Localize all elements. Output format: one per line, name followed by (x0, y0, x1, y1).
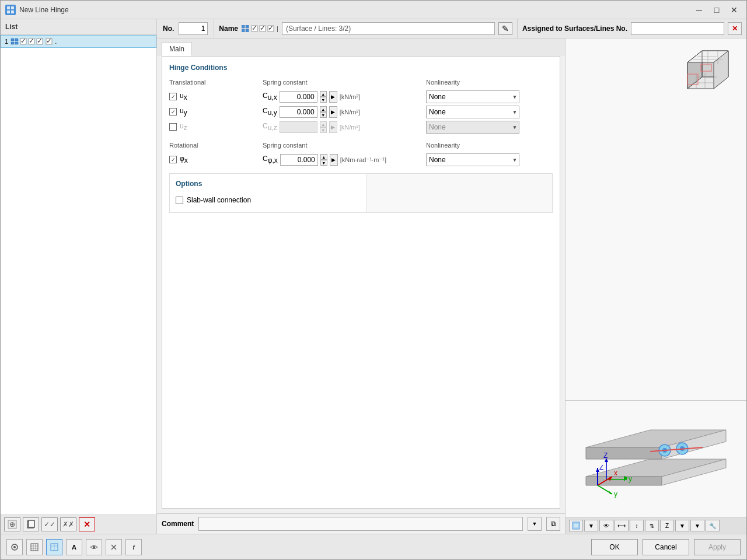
no-input[interactable]: 1 (179, 22, 208, 35)
view-dropdown2-btn[interactable]: ▼ (675, 520, 689, 531)
rotational-nonlinearity-header: Nonlinearity (426, 141, 554, 151)
hinge-conditions-title: Hinge Conditions (169, 64, 553, 72)
title-bar: New Line Hinge ─ □ ✕ (1, 1, 746, 19)
phix-spin-up[interactable]: ▲ (320, 154, 327, 160)
svg-rect-4 (11, 38, 14, 41)
svg-point-77 (13, 546, 16, 548)
uncheck-all-button[interactable]: ✗✗ (60, 517, 76, 531)
view-wrench-btn[interactable]: 🔧 (706, 520, 720, 531)
maximize-button[interactable]: □ (709, 4, 724, 16)
phix-value-input[interactable] (280, 154, 318, 166)
ux-value-input[interactable] (280, 91, 317, 103)
form-panel: Main Hinge Conditions Translational Spri… (157, 38, 566, 534)
list-header: List (1, 19, 156, 35)
ux-label: ux (180, 92, 187, 102)
tool-grid-btn[interactable] (26, 539, 43, 555)
uy-spin-up[interactable]: ▲ (320, 106, 327, 112)
phix-nonlinearity-select[interactable]: None Failure if negative Failure if posi… (426, 153, 519, 166)
comment-input[interactable] (198, 517, 523, 531)
uy-spin-down[interactable]: ▼ (320, 112, 327, 118)
tool-function-btn[interactable]: f (125, 539, 142, 555)
name-input[interactable] (282, 22, 495, 35)
uy-spring-cell: Cu,y ▲ ▼ ▶ [kN/m²] (263, 106, 426, 118)
svg-text:✗✗: ✗✗ (64, 520, 73, 528)
ux-nonlinearity-select[interactable]: None Failure if negative Failure if posi… (426, 90, 519, 103)
phix-row: φx Cφ,x ▲ ▼ ▶ [ (169, 153, 553, 166)
uz-checkbox[interactable] (169, 123, 177, 131)
comment-copy-btn[interactable]: ⧉ (546, 517, 560, 531)
list-item-cb: ✓ (46, 38, 53, 45)
uz-spin-up[interactable]: ▲ (320, 121, 327, 127)
ux-spring-cell: Cu,x ▲ ▼ ▶ [kN/m²] (263, 91, 426, 103)
list-item[interactable]: 1 ✓ ✓ ✓ ✓ . (1, 35, 156, 48)
view-move-btn[interactable]: ⟷ (615, 520, 629, 531)
uy-arrow-btn[interactable]: ▶ (329, 106, 337, 118)
cube-container (685, 48, 737, 102)
uz-spin-down[interactable]: ▼ (320, 127, 327, 133)
view-3d-bottom: Z y (566, 400, 746, 517)
ux-spin: ▲ ▼ (320, 91, 327, 103)
ux-spin-down[interactable]: ▼ (320, 97, 327, 103)
view-dropdown-btn[interactable]: ▼ (584, 520, 598, 531)
uy-spring-label: Cu,y (263, 107, 277, 117)
phix-spin-down[interactable]: ▼ (320, 160, 327, 166)
ux-checkbox[interactable] (169, 93, 177, 100)
ok-button[interactable]: OK (591, 539, 638, 555)
cube-svg[interactable] (685, 48, 737, 100)
add-button[interactable]: ⊕ (4, 517, 20, 531)
view-move-z-btn[interactable]: ⇅ (645, 520, 659, 531)
uz-nonlinearity-select[interactable]: None (426, 121, 519, 134)
svg-rect-78 (31, 544, 38, 551)
phix-arrow-btn[interactable]: ▶ (330, 154, 338, 166)
nonlinearity-header: Nonlinearity (426, 78, 554, 88)
uy-checkbox[interactable] (169, 108, 177, 116)
view-eye-btn[interactable]: 👁 (599, 520, 613, 531)
phix-spring-cell: Cφ,x ▲ ▼ ▶ [kNm·rad⁻¹·m⁻¹] (263, 154, 426, 166)
uz-nonlinearity-cell: None ▼ (426, 121, 553, 134)
tab-main[interactable]: Main (162, 42, 192, 56)
assigned-input[interactable] (631, 22, 724, 35)
tool-cross-btn[interactable] (106, 539, 122, 555)
close-button[interactable]: ✕ (727, 4, 742, 16)
slab-wall-checkbox[interactable] (176, 197, 183, 204)
assigned-clear-button[interactable]: ✕ (728, 22, 742, 35)
uy-nonlinearity-select[interactable]: None Failure if negative Failure if posi… (426, 106, 519, 118)
uz-arrow-btn[interactable]: ▶ (329, 121, 337, 133)
copy-button[interactable] (23, 517, 39, 531)
svg-text:✓: ✓ (252, 25, 257, 32)
uz-value-input[interactable] (280, 121, 317, 133)
view-toolbar: ▼ 👁 ⟷ ↕ ⇅ Z ▼ ▼ 🔧 (566, 517, 746, 534)
main-area: No. 1 Name ✓ ✓ ✓ | ✎ (157, 19, 746, 534)
name-grid-icon (242, 25, 250, 32)
list-toolbar: ⊕ ✓✓ ✗✗ ✕ (1, 514, 156, 534)
tool-table-btn[interactable] (46, 539, 62, 555)
minimize-button[interactable]: ─ (692, 4, 707, 16)
tool-circle-btn[interactable] (6, 539, 23, 555)
phix-checkbox[interactable] (169, 156, 177, 163)
tool-eye-btn[interactable] (86, 539, 102, 555)
app-icon (5, 5, 16, 15)
check-all-button[interactable]: ✓✓ (41, 517, 58, 531)
svg-rect-6 (11, 42, 14, 44)
name-edit-button[interactable]: ✎ (498, 22, 512, 35)
view-dropdown3-btn[interactable]: ▼ (690, 520, 704, 531)
view-surface-btn[interactable] (569, 520, 583, 531)
tool-text-btn[interactable]: A (66, 539, 82, 555)
delete-button[interactable]: ✕ (79, 517, 95, 531)
cancel-button[interactable]: Cancel (643, 539, 689, 555)
view-move-y-btn[interactable]: ↕ (630, 520, 644, 531)
svg-point-86 (93, 546, 95, 548)
ux-nonlinearity-wrap: None Failure if negative Failure if posi… (426, 90, 519, 103)
no-label: No. (163, 24, 174, 33)
ux-spin-up[interactable]: ▲ (320, 91, 327, 97)
uy-value-input[interactable] (280, 106, 317, 118)
svg-marker-52 (586, 447, 662, 459)
main-window: New Line Hinge ─ □ ✕ List 1 ✓ (0, 0, 747, 560)
ux-arrow-btn[interactable]: ▶ (329, 91, 337, 103)
apply-button[interactable]: Apply (694, 539, 741, 555)
svg-rect-2 (7, 10, 10, 13)
rotational-header: Rotational (169, 141, 263, 151)
comment-label: Comment (162, 520, 194, 528)
view-z-btn[interactable]: Z (660, 520, 674, 531)
comment-dropdown-btn[interactable]: ▼ (528, 517, 542, 531)
